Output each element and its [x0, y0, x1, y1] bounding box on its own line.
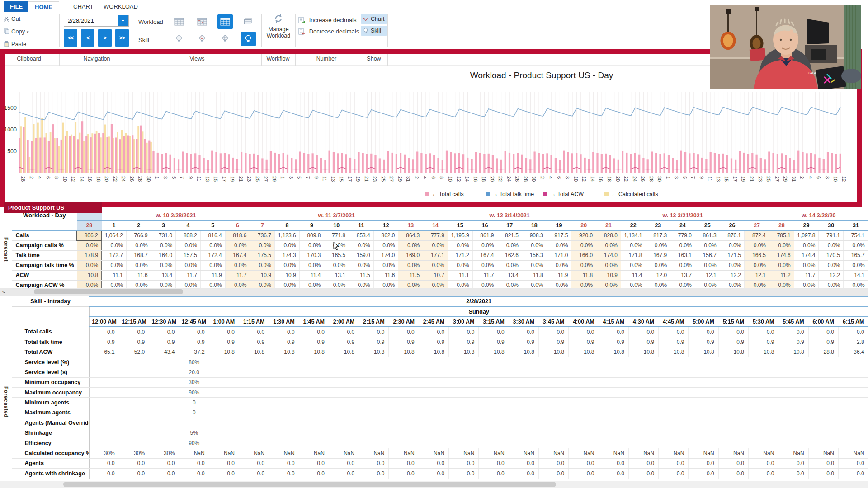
- skill-cell[interactable]: 10.8: [389, 347, 419, 357]
- workload-cell[interactable]: 0.0%: [646, 240, 670, 250]
- nav-last-button[interactable]: >>: [115, 29, 129, 47]
- day-header[interactable]: 19: [547, 221, 571, 230]
- day-header[interactable]: 15: [448, 221, 472, 230]
- skill-cell[interactable]: 0.0: [329, 327, 359, 337]
- workload-view-grid-button[interactable]: [171, 14, 187, 29]
- workload-cell[interactable]: 166.0: [571, 250, 596, 260]
- workload-cell[interactable]: 171.8: [621, 250, 646, 260]
- day-header[interactable]: 16: [472, 221, 497, 230]
- skill-cell[interactable]: 10.8: [209, 347, 239, 357]
- workload-cell[interactable]: 1,064.2: [102, 230, 127, 240]
- workload-cell[interactable]: 11.7: [176, 270, 201, 280]
- skill-cell[interactable]: 10.8: [269, 347, 299, 357]
- week-header[interactable]: w. 12 3/14/2021: [423, 211, 596, 221]
- day-header[interactable]: 12: [373, 221, 398, 230]
- skill-cell[interactable]: 0.0: [389, 469, 419, 479]
- workload-cell[interactable]: 808.2: [176, 230, 201, 240]
- workload-cell[interactable]: 0.0%: [646, 260, 670, 270]
- workload-cell[interactable]: 11.9: [547, 270, 571, 280]
- skill-cell[interactable]: 0.0: [599, 469, 628, 479]
- skill-cell[interactable]: NaN: [239, 448, 269, 458]
- skill-cell[interactable]: NaN: [628, 448, 658, 458]
- time-header[interactable]: 4:45 AM: [659, 317, 689, 327]
- workload-cell[interactable]: 12.2: [720, 270, 745, 280]
- skill-cell[interactable]: 0.0: [659, 469, 689, 479]
- skill-cell[interactable]: 0.0: [778, 469, 808, 479]
- workload-cell[interactable]: 13.4: [151, 270, 176, 280]
- workload-cell[interactable]: 166.5: [745, 250, 769, 260]
- skill-cell[interactable]: 0.0: [149, 458, 179, 468]
- workload-cell[interactable]: 169.0: [398, 250, 423, 260]
- skill-cell[interactable]: 0.0: [718, 327, 748, 337]
- skill-cell[interactable]: 0.0: [569, 469, 599, 479]
- skill-cell[interactable]: NaN: [509, 448, 538, 458]
- workload-cell[interactable]: 171.0: [547, 250, 571, 260]
- skill-cell[interactable]: 0.0: [299, 458, 329, 468]
- workload-cell[interactable]: 175.5: [250, 250, 275, 260]
- skill-cell[interactable]: 0.0: [808, 458, 838, 468]
- time-header[interactable]: 4:15 AM: [599, 317, 628, 327]
- time-header[interactable]: 3:15 AM: [479, 317, 509, 327]
- workload-cell[interactable]: 13.1: [324, 270, 349, 280]
- skill-cell[interactable]: 0.0: [209, 458, 239, 468]
- workload-cell[interactable]: 731.0: [151, 230, 176, 240]
- workload-cell[interactable]: 0.0%: [745, 260, 769, 270]
- skill-cell[interactable]: 0.0: [538, 458, 568, 468]
- skill-cell[interactable]: 0.0: [718, 458, 748, 468]
- workload-cell[interactable]: 908.3: [522, 230, 547, 240]
- day-header[interactable]: 18: [522, 221, 547, 230]
- workload-cell[interactable]: 11.4: [299, 270, 324, 280]
- date-picker[interactable]: 2/28/2021: [64, 15, 129, 27]
- nav-first-button[interactable]: <<: [64, 29, 77, 47]
- skill-cell[interactable]: 30%: [119, 448, 149, 458]
- skill-cell[interactable]: 0.9: [89, 337, 119, 347]
- skill-cell[interactable]: 10.8: [628, 347, 658, 357]
- skill-config-cell[interactable]: 90%: [89, 388, 299, 398]
- skill-view-selected-button[interactable]: [241, 32, 256, 46]
- day-header[interactable]: 13: [398, 221, 423, 230]
- workload-cell[interactable]: 0.0%: [151, 240, 176, 250]
- workload-cell[interactable]: 174.4: [794, 250, 819, 260]
- skill-cell[interactable]: NaN: [808, 448, 838, 458]
- day-header[interactable]: 25: [695, 221, 720, 230]
- skill-cell[interactable]: NaN: [838, 448, 868, 458]
- skill-cell[interactable]: 0.0: [179, 469, 209, 479]
- skill-cell[interactable]: 0.0: [89, 327, 119, 337]
- skill-cell[interactable]: 0.9: [659, 337, 689, 347]
- workload-cell[interactable]: 0.0%: [522, 240, 547, 250]
- workload-cell[interactable]: 0.0%: [571, 260, 596, 270]
- day-header[interactable]: 24: [670, 221, 695, 230]
- workload-cell[interactable]: 754.1: [844, 230, 868, 240]
- workload-cell[interactable]: 0.0%: [299, 260, 324, 270]
- workload-cell[interactable]: 0.0%: [522, 260, 547, 270]
- skill-cell[interactable]: NaN: [269, 448, 299, 458]
- workload-cell[interactable]: 1,134.1: [621, 230, 646, 240]
- workload-cell[interactable]: 174.0: [596, 250, 621, 260]
- skill-cell[interactable]: 0.0: [659, 458, 689, 468]
- skill-cell[interactable]: 0.0: [239, 327, 269, 337]
- workload-cell[interactable]: 0.0%: [448, 260, 472, 270]
- skill-cell[interactable]: 2.8: [838, 337, 868, 347]
- time-header[interactable]: 2:30 AM: [389, 317, 419, 327]
- workload-cell[interactable]: 165.7: [844, 250, 868, 260]
- skill-cell[interactable]: 0.0: [689, 469, 718, 479]
- skill-cell[interactable]: 0.9: [419, 337, 448, 347]
- decrease-decimals-button[interactable]: Decrease decimals: [298, 27, 359, 36]
- skill-cell[interactable]: 0.0: [329, 458, 359, 468]
- skill-cell[interactable]: 0.0: [179, 327, 209, 337]
- workload-cell[interactable]: 159.0: [349, 250, 374, 260]
- skill-cell[interactable]: 10.8: [569, 347, 599, 357]
- workload-cell[interactable]: 0.0%: [373, 260, 398, 270]
- day-header[interactable]: 27: [745, 221, 769, 230]
- skill-cell[interactable]: 0.0: [808, 469, 838, 479]
- workload-cell[interactable]: 817.3: [646, 230, 670, 240]
- workload-cell[interactable]: 771.8: [324, 230, 349, 240]
- workload-cell[interactable]: 11.8: [522, 270, 547, 280]
- skill-cell[interactable]: 0.0: [778, 327, 808, 337]
- time-header[interactable]: 6:00 AM: [808, 317, 838, 327]
- workload-cell[interactable]: 167.4: [472, 250, 497, 260]
- skill-cell[interactable]: 0.9: [509, 337, 538, 347]
- skill-cell[interactable]: 0.0: [569, 327, 599, 337]
- workload-cell[interactable]: 0.0%: [349, 240, 374, 250]
- workload-cell[interactable]: 0.0%: [547, 240, 571, 250]
